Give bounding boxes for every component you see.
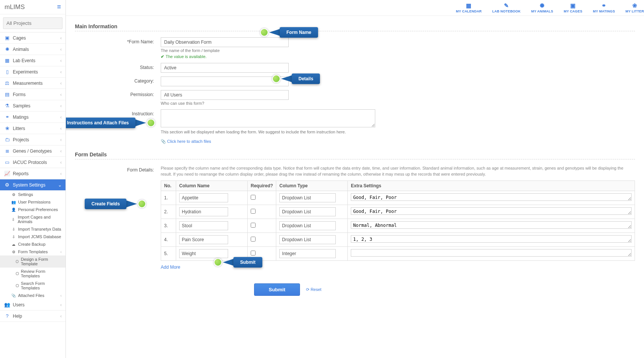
user-icon: 👤 bbox=[11, 208, 16, 212]
sidebar-sub-attached-files[interactable]: 📎Attached Files‹ bbox=[0, 292, 65, 299]
instruction-textarea[interactable] bbox=[161, 109, 375, 127]
section-divider bbox=[75, 159, 635, 159]
table-row[interactable]: 3.Normal, Abnormal bbox=[161, 219, 635, 233]
sidebar-item-projects[interactable]: 🗀Projects‹ bbox=[0, 134, 65, 145]
sidebar-item-cages[interactable]: ▣Cages‹ bbox=[0, 32, 65, 44]
add-more-link[interactable]: Add More bbox=[161, 265, 180, 270]
import-icon: ⇩ bbox=[11, 217, 15, 222]
sidebar-sub-import-jcms[interactable]: ⇩Import JCMS Database bbox=[0, 233, 65, 240]
callout-dot bbox=[260, 28, 268, 37]
sidebar-sub-review-form[interactable]: Review Form Templates bbox=[0, 268, 65, 280]
chevron-left-icon: ‹ bbox=[60, 126, 62, 131]
chevron-left-icon: ‹ bbox=[60, 293, 62, 298]
column-type-input[interactable] bbox=[279, 221, 336, 230]
sidebar-item-lab-events[interactable]: ▦Lab Events‹ bbox=[0, 55, 65, 66]
help-icon: ? bbox=[4, 313, 11, 319]
column-type-input[interactable] bbox=[279, 207, 336, 216]
chevron-left-icon: ‹ bbox=[60, 171, 62, 176]
column-type-input[interactable] bbox=[279, 193, 336, 202]
table-row[interactable]: 4.1, 2, 3 bbox=[161, 233, 635, 246]
table-row[interactable]: 1.Good, Fair, Poor bbox=[161, 191, 635, 205]
form-name-input[interactable] bbox=[161, 37, 289, 47]
edit-icon: ✎ bbox=[492, 2, 521, 9]
topbar-my-litters[interactable]: ❀MY LITTER bbox=[626, 2, 644, 13]
sidebar-item-samples[interactable]: ⚗Samples‹ bbox=[0, 100, 65, 112]
sidebar-sub-design-form[interactable]: Design a Form Template bbox=[0, 255, 65, 268]
import-icon: ⇩ bbox=[11, 235, 16, 239]
sidebar-item-animals[interactable]: ✺Animals‹ bbox=[0, 44, 65, 55]
chart-icon: 📈 bbox=[4, 171, 11, 176]
sidebar-sub-search-form[interactable]: Search Form Templates bbox=[0, 280, 65, 292]
sidebar-sub-settings[interactable]: ⚙Settings bbox=[0, 191, 65, 198]
table-row[interactable]: 2.Good, Fair, Poor bbox=[161, 205, 635, 219]
th-extra: Extra Settings bbox=[348, 181, 635, 191]
sidebar-item-litters[interactable]: ❀Litters‹ bbox=[0, 123, 65, 134]
dna-icon: ≣ bbox=[4, 148, 11, 154]
sidebar-sub-personal-prefs[interactable]: 👤Personal Preferences bbox=[0, 206, 65, 213]
sidebar-item-experiments[interactable]: ▯Experiments‹ bbox=[0, 66, 65, 78]
topbar-my-matings[interactable]: ⚭MY MATINGS bbox=[593, 2, 615, 13]
chevron-left-icon: ‹ bbox=[60, 92, 62, 97]
sidebar-sub-user-permissions[interactable]: 👥User Permissions bbox=[0, 198, 65, 206]
required-checkbox[interactable] bbox=[251, 209, 256, 214]
sidebar-item-forms[interactable]: ▤Forms‹ bbox=[0, 89, 65, 100]
column-name-input[interactable] bbox=[179, 193, 228, 202]
paw-icon: ✺ bbox=[4, 46, 11, 52]
column-name-input[interactable] bbox=[179, 207, 228, 216]
topbar-my-animals[interactable]: ✺MY ANIMALS bbox=[531, 2, 553, 13]
column-type-input[interactable] bbox=[279, 235, 336, 244]
table-row[interactable]: 5. bbox=[161, 246, 635, 260]
category-input[interactable] bbox=[161, 76, 289, 86]
link-icon: ⚭ bbox=[593, 2, 615, 9]
required-checkbox[interactable] bbox=[251, 251, 256, 255]
attach-files-link[interactable]: Click here to attach files bbox=[161, 139, 211, 144]
extra-settings-input[interactable]: Good, Fair, Poor bbox=[351, 207, 632, 215]
project-search-input[interactable] bbox=[3, 17, 62, 29]
clipboard-icon: ▯ bbox=[4, 69, 11, 75]
sidebar-sub-create-backup[interactable]: ☁Create Backup bbox=[0, 240, 65, 248]
column-type-input[interactable] bbox=[279, 249, 336, 258]
column-name-input[interactable] bbox=[179, 221, 228, 230]
sidebar-sub-import-cages[interactable]: ⇩Import Cages and Animals bbox=[0, 213, 65, 225]
extra-settings-input[interactable] bbox=[351, 249, 632, 257]
details-hint: Please specify the column name and the c… bbox=[161, 165, 635, 177]
column-name-input[interactable] bbox=[179, 249, 228, 258]
topbar-my-calendar[interactable]: ▦MY CALENDAR bbox=[456, 2, 482, 13]
extra-settings-input[interactable]: Normal, Abnormal bbox=[351, 221, 632, 229]
th-coltype: Column Type bbox=[276, 181, 348, 191]
section-title-main: Main Information bbox=[75, 23, 635, 29]
extra-settings-input[interactable]: Good, Fair, Poor bbox=[351, 193, 632, 201]
column-name-input[interactable] bbox=[179, 235, 228, 244]
required-checkbox[interactable] bbox=[251, 195, 256, 200]
radio-icon bbox=[16, 272, 19, 275]
chevron-left-icon: ‹ bbox=[60, 148, 62, 154]
sidebar-item-help[interactable]: ?Help‹ bbox=[0, 311, 65, 322]
litters-icon: ❀ bbox=[4, 125, 11, 131]
reset-link[interactable]: Reset bbox=[306, 287, 321, 292]
permission-input[interactable] bbox=[161, 90, 289, 100]
sidebar-item-matings[interactable]: ⚭Matings‹ bbox=[0, 112, 65, 123]
folder-icon: 🗀 bbox=[4, 137, 11, 142]
sidebar-item-genes[interactable]: ≣Genes / Genotypes‹ bbox=[0, 145, 65, 157]
sidebar-item-users[interactable]: 👥Users‹ bbox=[0, 299, 65, 311]
topbar-my-cages[interactable]: ▣MY CAGES bbox=[564, 2, 582, 13]
required-checkbox[interactable] bbox=[251, 223, 256, 228]
submit-button[interactable]: Submit bbox=[254, 283, 300, 296]
required-checkbox[interactable] bbox=[251, 237, 256, 242]
gear-icon: ⚙ bbox=[11, 250, 16, 254]
menu-toggle-icon[interactable]: ≡ bbox=[57, 3, 61, 11]
row-no: 3. bbox=[161, 219, 176, 233]
extra-settings-input[interactable]: 1, 2, 3 bbox=[351, 235, 632, 243]
import-icon: ⇩ bbox=[11, 227, 16, 231]
sidebar-item-measurements[interactable]: ⚖Measurements‹ bbox=[0, 78, 65, 89]
status-input[interactable] bbox=[161, 63, 289, 73]
sidebar-item-system-settings[interactable]: ⚙System Settings⌄ bbox=[0, 179, 65, 191]
row-no: 1. bbox=[161, 191, 176, 205]
sidebar-sub-form-templates[interactable]: ⚙Form Templates‹ bbox=[0, 248, 65, 255]
row-no: 5. bbox=[161, 246, 176, 260]
topbar-lab-notebook[interactable]: ✎LAB NOTEBOOK bbox=[492, 2, 521, 13]
sidebar-sub-import-transnetyx[interactable]: ⇩Import Transnetyx Data bbox=[0, 225, 65, 233]
sidebar-item-reports[interactable]: 📈Reports‹ bbox=[0, 168, 65, 179]
sidebar-item-iacuc[interactable]: ▭IACUC Protocols‹ bbox=[0, 157, 65, 168]
chevron-left-icon: ‹ bbox=[60, 58, 62, 63]
